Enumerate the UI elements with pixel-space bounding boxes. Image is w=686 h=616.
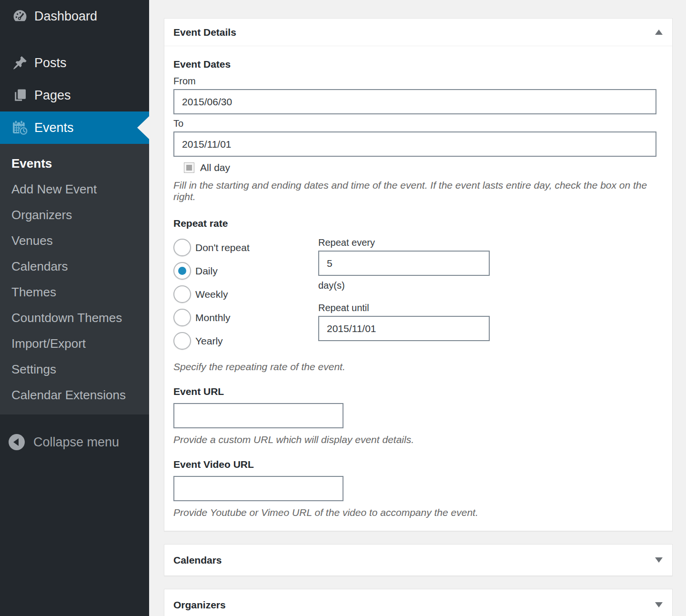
submenu-item-venues[interactable]: Venues (0, 228, 149, 253)
repeat-until-label: Repeat until (318, 303, 656, 313)
event-details-header[interactable]: Event Details (164, 19, 672, 46)
admin-sidebar: Dashboard Posts Pages (0, 0, 149, 616)
events-submenu: Events Add New Event Organizers Venues C… (0, 144, 149, 414)
all-day-checkbox[interactable] (184, 162, 194, 173)
event-video-url-help: Provide Youtube or Vimeo URL of the vide… (173, 507, 656, 518)
repeat-unit-label: day(s) (318, 280, 656, 291)
event-url-label: Event URL (173, 386, 656, 397)
repeat-option-yearly[interactable]: Yearly (173, 329, 318, 353)
collapse-panel-icon[interactable] (655, 30, 663, 35)
calendar-clock-icon (11, 119, 29, 136)
submenu-item-calendars[interactable]: Calendars (0, 253, 149, 279)
calendars-header[interactable]: Calendars (164, 545, 672, 576)
all-day-label: All day (200, 162, 230, 173)
radio-icon (173, 332, 191, 350)
dashboard-gauge-icon (11, 8, 29, 25)
sidebar-item-label: Pages (34, 88, 71, 103)
repeat-option-weekly[interactable]: Weekly (173, 283, 318, 306)
repeat-every-label: Repeat every (318, 237, 656, 248)
sidebar-item-label: Posts (34, 56, 67, 71)
calendars-panel: Calendars (164, 544, 673, 576)
sidebar-item-label: Dashboard (34, 9, 97, 24)
submenu-item-organizers[interactable]: Organizers (0, 202, 149, 228)
sidebar-item-events[interactable]: Events (0, 111, 149, 144)
sidebar-item-dashboard[interactable]: Dashboard (0, 0, 149, 32)
repeat-option-dont-repeat[interactable]: Don't repeat (173, 236, 318, 259)
repeat-option-monthly[interactable]: Monthly (173, 306, 318, 329)
event-video-url-section: Event Video URL Provide Youtube or Vimeo… (173, 459, 656, 518)
radio-icon (173, 285, 191, 303)
event-video-url-input[interactable] (173, 476, 343, 501)
panel-title: Calendars (173, 555, 222, 566)
from-date-input[interactable] (173, 89, 656, 114)
menu-separator (0, 32, 149, 47)
repeat-settings: Repeat every day(s) Repeat until (318, 236, 656, 353)
collapse-menu-button[interactable]: Collapse menu (0, 426, 149, 458)
repeat-rate-help: Specify the repeating rate of the event. (173, 361, 656, 373)
event-dates-label: Event Dates (173, 59, 656, 70)
repeat-option-daily[interactable]: Daily (173, 259, 318, 283)
submenu-item-settings[interactable]: Settings (0, 356, 149, 382)
organizers-panel: Organizers (164, 589, 673, 616)
to-label: To (173, 118, 656, 129)
collapse-arrow-icon (9, 434, 25, 450)
submenu-item-add-new-event[interactable]: Add New Event (0, 176, 149, 202)
sidebar-item-label: Events (34, 121, 74, 135)
from-label: From (173, 76, 656, 87)
expand-panel-icon[interactable] (655, 557, 663, 563)
repeat-rate-label: Repeat rate (173, 218, 656, 229)
submenu-item-themes[interactable]: Themes (0, 279, 149, 305)
panel-title: Event Details (173, 27, 236, 38)
event-details-panel: Event Details Event Dates From To All da… (164, 18, 673, 531)
submenu-item-events[interactable]: Events (0, 151, 149, 176)
event-video-url-label: Event Video URL (173, 459, 656, 470)
organizers-header[interactable]: Organizers (164, 589, 672, 616)
repeat-options: Don't repeat Daily Weekly Monthly (173, 236, 318, 353)
event-url-section: Event URL Provide a custom URL which wil… (173, 386, 656, 445)
radio-icon (173, 309, 191, 326)
event-url-help: Provide a custom URL which will display … (173, 434, 656, 445)
expand-panel-icon[interactable] (655, 602, 663, 607)
repeat-rate-section: Repeat rate Don't repeat Daily (173, 218, 656, 373)
repeat-until-input[interactable] (318, 316, 490, 341)
radio-icon (173, 239, 191, 256)
sidebar-item-pages[interactable]: Pages (0, 79, 149, 111)
pages-icon (11, 87, 29, 104)
submenu-item-calendar-extensions[interactable]: Calendar Extensions (0, 382, 149, 408)
collapse-menu-label: Collapse menu (33, 435, 119, 450)
to-date-input[interactable] (173, 131, 656, 157)
pushpin-icon (11, 54, 29, 71)
submenu-item-countdown-themes[interactable]: Countdown Themes (0, 305, 149, 331)
repeat-every-input[interactable] (318, 251, 490, 276)
radio-icon (173, 262, 191, 280)
panel-title: Organizers (173, 599, 226, 611)
event-url-input[interactable] (173, 403, 343, 428)
main-content: Event Details Event Dates From To All da… (149, 0, 686, 616)
event-dates-help: Fill in the starting and ending dates an… (173, 180, 656, 202)
event-details-body: Event Dates From To All day Fill in the … (164, 46, 672, 531)
sidebar-item-posts[interactable]: Posts (0, 47, 149, 79)
submenu-item-import-export[interactable]: Import/Export (0, 331, 149, 356)
checkbox-fill (186, 165, 192, 171)
all-day-row: All day (184, 162, 656, 173)
